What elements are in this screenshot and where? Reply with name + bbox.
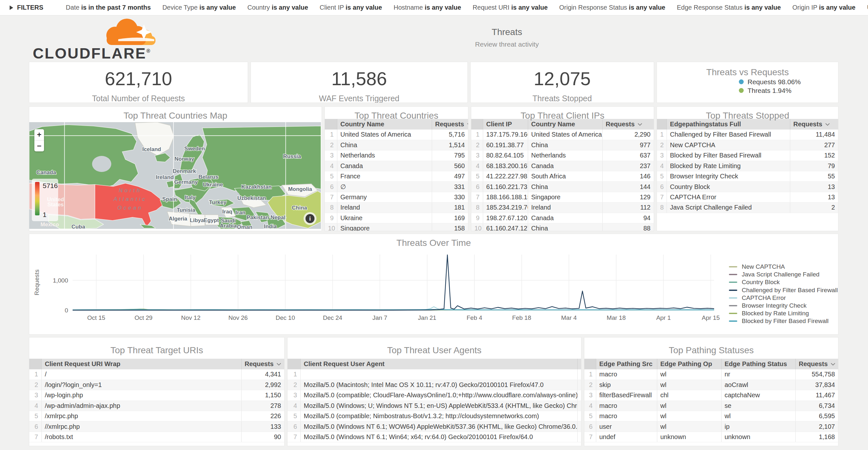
- table-row: 6∅331: [325, 182, 468, 192]
- table-cell: 13: [790, 192, 838, 202]
- table-cell: /login/?login_only=1: [41, 380, 241, 390]
- country-label: Mexico: [40, 221, 59, 228]
- table-cell: ip: [721, 421, 796, 432]
- column-header[interactable]: [577, 359, 582, 369]
- table-row: 2skipwlaoCrawl37,834: [584, 380, 838, 390]
- row-index-header: [657, 119, 666, 129]
- table-cell: China: [337, 140, 432, 150]
- ocean-label: North: [119, 187, 142, 193]
- sort-desc-icon: [830, 363, 836, 366]
- table-cell: Singapore: [528, 192, 602, 202]
- filter-chip[interactable]: Country is any value: [247, 4, 308, 11]
- legend-item: CAPTCHA Error: [729, 294, 838, 302]
- svg-text:1,000: 1,000: [53, 277, 68, 284]
- table-cell: Mozilla/5.0 (Windows NT 6.1; WOW64) Appl…: [300, 421, 577, 432]
- top-threat-target-uris-panel: Top Threat Target URIs Client Request UR…: [29, 337, 285, 446]
- panel-title: Top Threat Countries Map: [29, 107, 321, 119]
- countries-table: Country NameRequests1United States of Am…: [325, 119, 468, 231]
- table-cell: 146: [602, 171, 654, 182]
- svg-text:Apr 1: Apr 1: [656, 314, 671, 321]
- country-label: Cuba: [71, 224, 85, 229]
- expand-arrow-icon: [10, 5, 13, 10]
- column-header[interactable]: Edge Pathing Src: [596, 359, 657, 369]
- row-index: 7: [325, 192, 337, 202]
- table-row: 5Browser Integrity Check55: [657, 171, 838, 182]
- column-header[interactable]: Requests: [602, 119, 654, 129]
- table-row: 2/login/?login_only=12,992: [29, 380, 284, 390]
- column-header[interactable]: Edge Pathing Status: [721, 359, 796, 369]
- table-row: 7188.166.188.152Singapore129: [471, 192, 654, 202]
- table-cell: nr: [721, 369, 796, 380]
- world-map-svg: CanadaUnitedStatesMexicoCubaIcelandIrela…: [29, 122, 321, 229]
- table-cell: Singapore: [337, 223, 432, 231]
- country-label: Iceland: [142, 146, 161, 152]
- zoom-in-button[interactable]: +: [34, 129, 44, 141]
- column-header[interactable]: Client Request URI Wrap: [41, 359, 241, 369]
- column-header[interactable]: Requests: [241, 359, 284, 369]
- table-cell: Netherlands: [528, 150, 602, 161]
- filter-chip[interactable]: Origin IP is any value: [793, 4, 856, 11]
- table-cell: [577, 400, 582, 411]
- table-cell: 226: [241, 411, 284, 421]
- country-label: Nepal: [271, 214, 285, 220]
- filter-chip[interactable]: Client IP is any value: [320, 4, 382, 11]
- filters-label: FILTERS: [17, 4, 43, 11]
- country-label: Norway: [175, 156, 194, 162]
- table-row: 1/4,341: [29, 369, 284, 380]
- column-header[interactable]: Edge Pathing Op: [657, 359, 721, 369]
- filter-chip[interactable]: Request URI is any value: [472, 4, 548, 11]
- panel-title: Top Threat Client IPs: [471, 107, 654, 119]
- row-index-header: [325, 119, 337, 129]
- map-info-button[interactable]: i: [304, 212, 316, 225]
- row-index: 5: [584, 411, 596, 421]
- column-header[interactable]: Requests: [432, 119, 468, 129]
- country-label: Libya: [190, 217, 204, 223]
- table-cell: 55: [790, 171, 838, 182]
- filter-chip[interactable]: Edge Response Status is any value: [677, 4, 781, 11]
- row-index: 3: [325, 150, 337, 161]
- svg-text:Jan 7: Jan 7: [372, 314, 387, 321]
- table-cell: wl: [657, 421, 721, 432]
- table-cell: France: [337, 171, 432, 182]
- row-index: 1: [325, 129, 337, 140]
- threats-over-time-chart[interactable]: Oct 15Oct 29Nov 12Nov 26Dec 10Dec 24Jan …: [29, 235, 837, 322]
- table-cell: South Africa: [528, 171, 602, 182]
- table-cell: macro: [596, 369, 657, 380]
- row-index: 10: [471, 223, 483, 231]
- table-cell: 6,595: [796, 411, 838, 421]
- table-cell: macro: [596, 411, 657, 421]
- filters-toggle[interactable]: FILTERS: [10, 4, 43, 11]
- table-row: 10Singapore158: [325, 223, 468, 231]
- world-map[interactable]: CanadaUnitedStatesMexicoCubaIcelandIrela…: [29, 122, 321, 229]
- table-cell: /wp-login.php: [41, 390, 241, 400]
- table-cell: filterBasedFirewall: [596, 390, 657, 400]
- filter-chip[interactable]: Device Type is any value: [162, 4, 236, 11]
- column-header[interactable]: Requests: [790, 119, 838, 129]
- row-index-header: [29, 359, 41, 369]
- table-cell: 90: [241, 432, 284, 442]
- row-index: 3: [584, 390, 596, 400]
- legend-line-icon: [729, 281, 737, 283]
- table-row: 8Java Script Challenge Failed2: [657, 203, 838, 213]
- column-header[interactable]: Client Request User Agent: [300, 359, 577, 369]
- legend-item: Browser Integrity Check: [729, 302, 838, 309]
- panel-title: Top Threat Countries: [325, 107, 468, 119]
- table-cell: Browser Integrity Check: [666, 171, 790, 182]
- page-subtitle: Review threat activity: [475, 40, 539, 48]
- row-index: 7: [287, 432, 300, 442]
- filter-chip[interactable]: Hostname is any value: [394, 4, 461, 11]
- filter-chip[interactable]: Date is in the past 7 months: [66, 4, 151, 11]
- table-cell: 158: [432, 223, 468, 231]
- table-cell: Challenged by Filter Based Firewall: [666, 129, 790, 140]
- table-row: 380.82.64.105Netherlands637: [471, 150, 654, 161]
- svg-text:Nov 12: Nov 12: [181, 314, 200, 321]
- sort-desc-icon: [467, 123, 468, 126]
- table-cell: 11,484: [790, 129, 838, 140]
- chart-legend: New CAPTCHAJava Script Challenge FailedC…: [729, 263, 838, 325]
- zoom-out-button[interactable]: −: [34, 141, 44, 151]
- row-index: 7: [584, 432, 596, 442]
- table-row: 5macrowlwl6,595: [584, 411, 838, 421]
- stat-label: Threats Stopped: [471, 94, 654, 103]
- column-header[interactable]: Requests: [796, 359, 838, 369]
- filter-chip[interactable]: Origin Response Status is any value: [559, 4, 665, 11]
